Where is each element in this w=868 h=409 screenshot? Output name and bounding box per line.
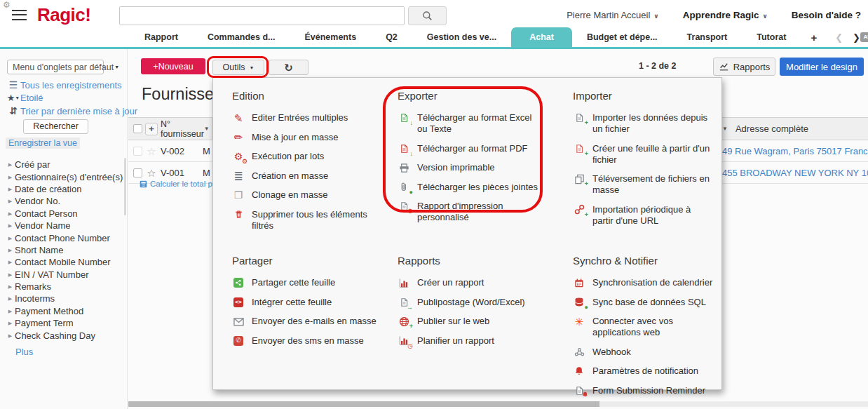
sidebar-filter-item[interactable]: ▶ Vendor Name	[6, 220, 123, 232]
star-icon[interactable]: ☆	[147, 168, 156, 178]
tools-menu-item[interactable]: ↓ Télécharger au format PDF	[398, 143, 543, 154]
tools-menu-item[interactable]: <> Intégrer cette feuille	[232, 297, 378, 308]
add-tab-button[interactable]: +	[811, 32, 817, 43]
vendor-no-cell[interactable]: V-001	[161, 168, 203, 178]
tab[interactable]: Budget et dépe...	[572, 27, 672, 47]
tools-menu-item[interactable]: ≣ Création en masse	[232, 170, 378, 182]
tab[interactable]: Événements	[290, 27, 371, 47]
star-icon[interactable]: ☆	[147, 146, 156, 156]
tab[interactable]: Transport	[672, 27, 742, 47]
sidebar-view-item[interactable]: ☰ Tous les enregistrements	[6, 79, 137, 92]
tools-menu-button[interactable]: Outils ▼	[212, 60, 264, 75]
triangle-right-icon: ▶	[6, 321, 15, 326]
sidebar-view-item[interactable]: ⇵ Trier par dernière mise à jour	[6, 105, 137, 118]
more-filters-link[interactable]: Plus	[15, 347, 33, 357]
sidebar-filter-item[interactable]: ▶ Vendor No.	[6, 195, 123, 207]
sidebar-filter-item[interactable]: ▶ Contact Mobile Number	[6, 256, 123, 268]
tools-menu-item[interactable]: ⚙ Rapport d'impression personnalisé	[398, 201, 543, 223]
tools-menu-item[interactable]: Envoyer des e-mails en masse	[232, 316, 378, 327]
tab[interactable]: Commandes d...	[193, 27, 290, 47]
tools-menu-item[interactable]: ✳ Connecter avec vos applications web	[573, 316, 713, 338]
sidebar-filter-item[interactable]: ▶ Payment Method	[6, 305, 123, 317]
sidebar-view-item[interactable]: ★▼ Etoilé	[6, 92, 137, 105]
learn-ragic-menu[interactable]: Apprendre Ragic∨	[683, 10, 768, 20]
tools-menu-item[interactable]: ● Télécharger les pièces jointes	[398, 182, 543, 193]
global-search-input[interactable]	[119, 6, 405, 25]
add-column-button[interactable]: +	[145, 123, 158, 135]
tools-menu-item[interactable]: ✆ Envoyer des sms en masse	[232, 335, 378, 347]
row-checkbox[interactable]	[133, 147, 142, 156]
tab[interactable]: Gestion des ve...	[412, 27, 511, 47]
mail-merge-icon: →	[398, 297, 410, 308]
tools-menu-item[interactable]: Paramètres de notification	[573, 366, 713, 377]
tools-menu-item[interactable]: + Importer les données depuis un fichier	[573, 112, 713, 135]
tools-menu-item[interactable]: ✏ Mise à jour en masse	[232, 132, 378, 143]
search-button[interactable]	[408, 6, 447, 25]
tools-menu-item[interactable]: Webhook	[573, 347, 713, 358]
address-link[interactable]: 49 Rue Wagram, Paris 75017 France	[722, 146, 868, 156]
scroll-tabs-right-button[interactable]: ❯	[853, 33, 860, 42]
select-all-checkbox[interactable]	[133, 124, 142, 133]
gear-icon[interactable]: ⚙	[3, 1, 11, 9]
reports-button[interactable]: Rapports	[713, 58, 775, 76]
sidebar-filter-item[interactable]: ▶ EIN / VAT Number	[6, 269, 123, 281]
tools-menu-item[interactable]: Créer un rapport	[398, 277, 543, 288]
column-header-vendor-no[interactable]: N°fournisseur ▼	[161, 118, 212, 140]
tools-menu-item[interactable]: ⚙⚙ Exécution par lots	[232, 151, 378, 162]
user-account-menu[interactable]: Pierre Martin Accueil∨	[567, 10, 659, 20]
triangle-right-icon: ▶	[6, 175, 15, 180]
sort-desc-icon: ⇵	[6, 106, 20, 116]
sidebar-filter-item[interactable]: ▶ Créé par	[6, 159, 123, 170]
sidebar-filter-item[interactable]: ▶ Contact Phone Number	[6, 232, 123, 243]
sidebar-filter-item[interactable]: ▶ Date de création	[6, 183, 123, 195]
address-link[interactable]: 455 BROADWAY NEW YORK NY 100	[722, 168, 868, 178]
new-entry-button[interactable]: +Nouveau	[141, 58, 205, 74]
ragic-logo[interactable]: Ragic!	[37, 4, 90, 26]
tab-menu-selector[interactable]: Menu d'onglets par défaut ▼	[7, 60, 104, 74]
sidebar-filter-item[interactable]: ▶ Remarks	[6, 281, 123, 293]
tools-menu-item[interactable]: → Publipostage (Word/Excel)	[398, 297, 543, 308]
hamburger-menu-button[interactable]	[12, 10, 27, 23]
sidebar-scrollbar[interactable]	[124, 158, 126, 215]
modify-design-button[interactable]: Modifier le design	[780, 58, 864, 76]
ai-icon[interactable]: AI	[860, 32, 868, 42]
calculate-total-link[interactable]: Calculer le total pou	[140, 180, 222, 188]
tools-menu-item[interactable]: Supprimer tous les éléments filtrés	[232, 209, 378, 232]
help-menu[interactable]: Besoin d'aide ?	[792, 10, 861, 20]
embed-icon: <>	[232, 297, 245, 308]
tab[interactable]: Q2	[371, 27, 412, 47]
tools-menu-item[interactable]: ✎ Editer Entrées multiples	[232, 112, 378, 123]
tools-menu-item[interactable]: ● Sync base de données SQL	[573, 297, 713, 308]
tools-menu-item[interactable]: + Importation périodique à partir d'une …	[573, 204, 713, 227]
tools-menu-item[interactable]: Version imprimable	[398, 162, 543, 173]
share-icon	[232, 277, 245, 288]
tools-menu-section: Synchro & Notifier Synchronisation de ca…	[573, 255, 713, 404]
sidebar-search-button[interactable]: Rechercher	[23, 119, 88, 134]
row-checkbox[interactable]	[133, 168, 142, 177]
tools-menu-item[interactable]: Form Submission Reminder	[573, 385, 713, 396]
tools-menu-item[interactable]: + Téléversement de fichiers en masse	[573, 173, 713, 196]
sidebar-filter-item[interactable]: ▶ Short Name	[6, 244, 123, 256]
tools-menu-item[interactable]: ❐ Clonage en masse	[232, 189, 378, 201]
tools-menu-item[interactable]: ◷ Planifier un rapport	[398, 335, 543, 347]
sidebar-filter-item[interactable]: ▶ Contact Person	[6, 208, 123, 220]
tools-menu-item[interactable]: Synchronisation de calendrier	[573, 277, 713, 288]
tools-menu-item[interactable]: Partager cette feuille	[232, 277, 378, 288]
sidebar-filter-item[interactable]: ▶ Gestionnaire(s) d'entrée(s)	[6, 170, 123, 182]
tab[interactable]: Rapport	[130, 27, 193, 47]
tools-menu-item[interactable]: + Créer une feuille à partir d'un fichie…	[573, 143, 713, 166]
sidebar-filter-item[interactable]: ▶ Payment Term	[6, 317, 123, 329]
vendor-no-cell[interactable]: V-002	[161, 146, 203, 156]
clone-icon: ❐	[232, 189, 245, 201]
tab[interactable]: Achat	[511, 27, 572, 47]
save-view-link[interactable]: Enregistrer la vue	[6, 138, 80, 149]
sidebar-filter-item[interactable]: ▶ Incoterms	[6, 293, 123, 304]
refresh-button[interactable]: ↻	[269, 60, 308, 75]
tab[interactable]: Tutorat	[742, 27, 801, 47]
column-header-address[interactable]: ▼ Adresse complète	[722, 118, 868, 140]
sidebar-filter-item[interactable]: ▶ Check Cashing Day	[6, 329, 123, 341]
tools-menu-item[interactable]: + Publier sur le web	[398, 316, 543, 327]
scroll-tabs-left-button[interactable]: ❮	[835, 33, 843, 42]
tools-menu-item[interactable]: ↓ Télécharger au format Excel ou Texte	[398, 112, 543, 135]
triangle-right-icon: ▶	[6, 187, 15, 192]
